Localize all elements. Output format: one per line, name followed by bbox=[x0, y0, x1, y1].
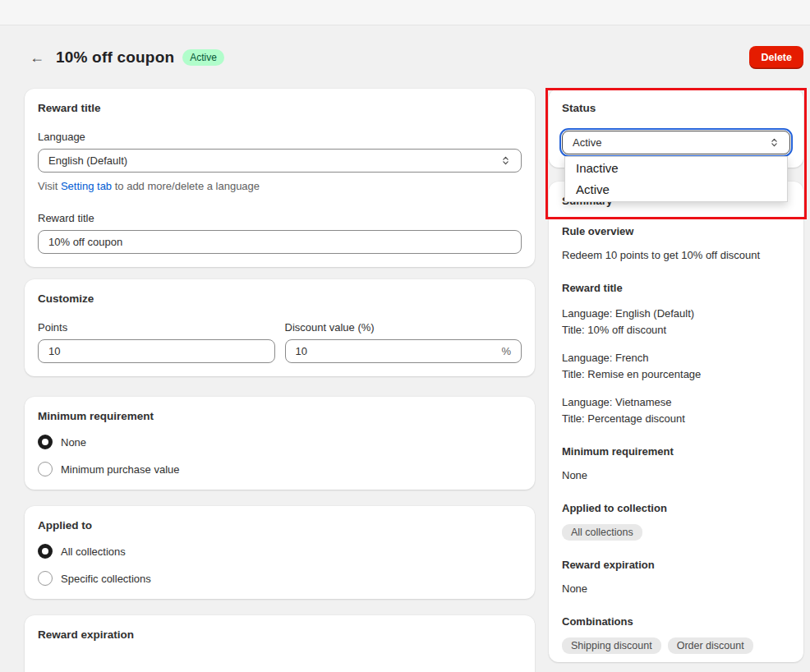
status-select-value: Active bbox=[573, 136, 769, 149]
entry-language: Language: Vietnamese bbox=[562, 394, 790, 411]
points-label: Points bbox=[38, 321, 275, 334]
language-select[interactable]: English (Default) bbox=[38, 149, 522, 173]
entry-language: Language: English (Default) bbox=[562, 306, 790, 322]
setting-tab-link[interactable]: Setting tab bbox=[61, 180, 112, 192]
status-option-active[interactable]: Active bbox=[565, 179, 787, 200]
reward-title-label: Reward title bbox=[38, 212, 522, 224]
status-card: Status Active Inactive Active bbox=[549, 89, 803, 168]
all-collections-pill: All collections bbox=[562, 524, 642, 541]
radio-unselected-icon[interactable] bbox=[38, 462, 53, 476]
shipping-discount-pill: Shipping discount bbox=[562, 637, 661, 654]
language-entry: Language: English (Default) Title: 10% o… bbox=[562, 306, 790, 338]
customize-card-heading: Customize bbox=[38, 292, 522, 305]
status-card-heading: Status bbox=[562, 102, 790, 114]
entry-title: Title: 10% off discount bbox=[562, 322, 790, 338]
language-label: Language bbox=[38, 131, 522, 143]
rule-overview-text: Redeem 10 points to get 10% off discount bbox=[562, 247, 790, 264]
summary-card: Summary Rule overview Redeem 10 points t… bbox=[549, 182, 803, 662]
language-select-value: English (Default) bbox=[48, 154, 500, 167]
reward-title-card: Reward title Language English (Default) … bbox=[25, 89, 535, 267]
status-select-wrap: Active Inactive Active bbox=[562, 131, 790, 154]
discount-value-input-wrap: % bbox=[285, 339, 522, 363]
radio-label: Minimum purchase value bbox=[61, 463, 180, 476]
radio-option-specific-collections[interactable]: Specific collections bbox=[38, 571, 522, 586]
summary-minimum-requirement-value: None bbox=[562, 467, 790, 484]
applied-to-card: Applied to All collections Specific coll… bbox=[25, 506, 535, 599]
language-helper-text: Visit Setting tab to add more/delete a l… bbox=[38, 180, 522, 192]
status-badge: Active bbox=[182, 49, 224, 66]
page-title: 10% off coupon bbox=[56, 48, 174, 67]
percent-suffix: % bbox=[501, 345, 511, 357]
helper-suffix: to add more/delete a language bbox=[112, 180, 260, 192]
radio-option-minimum-purchase[interactable]: Minimum purchase value bbox=[38, 462, 522, 476]
status-option-inactive[interactable]: Inactive bbox=[565, 158, 787, 179]
rule-overview-label: Rule overview bbox=[562, 225, 790, 237]
page-header: ← 10% off coupon Active Delete bbox=[25, 46, 803, 69]
points-input-wrap bbox=[38, 339, 275, 363]
status-select[interactable]: Active bbox=[562, 131, 790, 154]
delete-button[interactable]: Delete bbox=[749, 46, 803, 69]
right-column: Status Active Inactive Active Summary bbox=[549, 89, 803, 662]
discount-value-label: Discount value (%) bbox=[285, 321, 522, 334]
applied-to-heading: Applied to bbox=[38, 519, 522, 532]
discount-value-input[interactable] bbox=[296, 345, 502, 357]
helper-prefix: Visit bbox=[38, 180, 61, 192]
back-button[interactable]: ← bbox=[25, 48, 49, 67]
top-bar bbox=[0, 0, 810, 25]
entry-title: Title: Remise en pourcentage bbox=[562, 366, 790, 383]
summary-expiration-label: Reward expiration bbox=[562, 559, 790, 571]
summary-reward-title-label: Reward title bbox=[562, 282, 790, 294]
summary-expiration-value: None bbox=[562, 581, 790, 597]
reward-title-input-wrap bbox=[38, 230, 522, 254]
summary-combinations-label: Combinations bbox=[562, 615, 790, 628]
radio-option-all-collections[interactable]: All collections bbox=[38, 544, 522, 559]
arrow-left-icon: ← bbox=[30, 49, 44, 66]
entry-language: Language: French bbox=[562, 350, 790, 366]
language-entry: Language: Vietnamese Title: Percentage d… bbox=[562, 394, 790, 427]
minimum-requirement-heading: Minimum requirement bbox=[38, 410, 522, 422]
entry-title: Title: Percentage discount bbox=[562, 411, 790, 427]
reward-expiration-card: Reward expiration bbox=[25, 615, 535, 672]
reward-title-input[interactable] bbox=[48, 236, 511, 248]
radio-selected-icon[interactable] bbox=[38, 435, 53, 449]
language-entry: Language: French Title: Remise en pource… bbox=[562, 350, 790, 383]
reward-expiration-heading: Reward expiration bbox=[38, 628, 522, 641]
summary-minimum-requirement-label: Minimum requirement bbox=[562, 445, 790, 458]
radio-label: None bbox=[61, 436, 86, 449]
order-discount-pill: Order discount bbox=[668, 637, 753, 654]
updown-chevron-icon bbox=[769, 137, 780, 148]
radio-selected-icon[interactable] bbox=[38, 544, 53, 559]
customize-card: Customize Points Discount value (%) % bbox=[25, 279, 535, 376]
minimum-requirement-card: Minimum requirement None Minimum purchas… bbox=[25, 397, 535, 490]
points-input[interactable] bbox=[48, 345, 265, 357]
summary-applied-label: Applied to collection bbox=[562, 502, 790, 514]
left-column: Reward title Language English (Default) … bbox=[25, 89, 535, 672]
radio-label: All collections bbox=[61, 545, 126, 558]
radio-option-none[interactable]: None bbox=[38, 435, 522, 449]
status-dropdown-list: Inactive Active bbox=[564, 156, 788, 202]
radio-label: Specific collections bbox=[61, 573, 151, 585]
updown-chevron-icon bbox=[500, 155, 511, 166]
page-content: ← 10% off coupon Active Delete Reward ti… bbox=[0, 25, 810, 672]
reward-title-card-heading: Reward title bbox=[38, 102, 522, 114]
radio-unselected-icon[interactable] bbox=[38, 571, 53, 586]
